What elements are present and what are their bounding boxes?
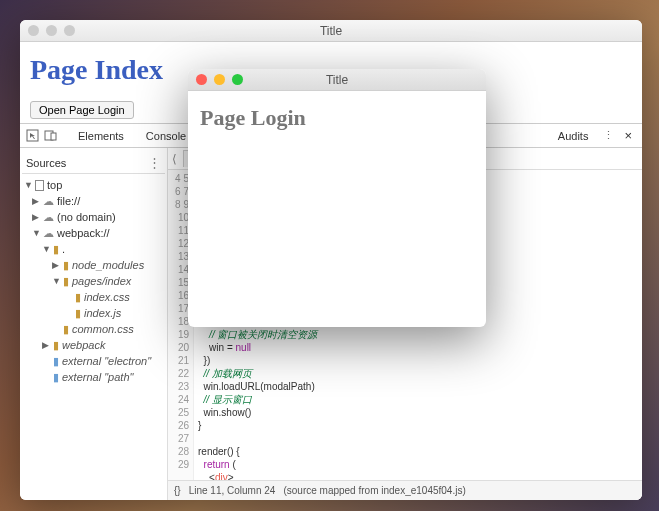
- history-back-icon[interactable]: ⟨: [172, 152, 177, 166]
- main-titlebar[interactable]: Title: [20, 20, 642, 42]
- file-tree: ▼top ▶☁file:// ▶☁(no domain) ▼☁webpack:/…: [22, 177, 165, 385]
- sources-sidebar-label: Sources: [26, 157, 66, 169]
- tab-elements[interactable]: Elements: [68, 126, 134, 146]
- tree-pages-index[interactable]: ▼▮pages/index: [22, 273, 165, 289]
- modal-window: Title Page Login: [188, 69, 486, 327]
- tree-external-electron[interactable]: ▮external "electron": [22, 353, 165, 369]
- format-braces-icon[interactable]: {}: [174, 485, 181, 496]
- inspect-element-icon[interactable]: [24, 128, 40, 144]
- tree-file[interactable]: ▶☁file://: [22, 193, 165, 209]
- sources-sidebar: Sources ⋮ ▼top ▶☁file:// ▶☁(no domain) ▼…: [20, 148, 168, 500]
- tree-dot[interactable]: ▼▮.: [22, 241, 165, 257]
- modal-content: Page Login: [188, 91, 486, 145]
- source-map-note: (source mapped from index_e1045f04.js): [283, 485, 465, 496]
- traffic-lights-modal: [188, 74, 243, 85]
- tree-common-css[interactable]: ▮common.css: [22, 321, 165, 337]
- minimize-window-icon[interactable]: [46, 25, 57, 36]
- modal-page-title: Page Login: [200, 105, 474, 131]
- tree-node-modules[interactable]: ▶▮node_modules: [22, 257, 165, 273]
- sidebar-more-icon[interactable]: ⋮: [148, 155, 161, 170]
- tree-webpack[interactable]: ▼☁webpack://: [22, 225, 165, 241]
- tree-nodomain[interactable]: ▶☁(no domain): [22, 209, 165, 225]
- close-window-icon[interactable]: [28, 25, 39, 36]
- devtools-close-icon[interactable]: ×: [618, 128, 638, 143]
- svg-rect-2: [51, 133, 56, 140]
- device-toolbar-icon[interactable]: [42, 128, 58, 144]
- modal-titlebar[interactable]: Title: [188, 69, 486, 91]
- tree-top[interactable]: ▼top: [22, 177, 165, 193]
- traffic-lights-main: [20, 25, 75, 36]
- devtools-menu-icon[interactable]: ⋮: [600, 128, 616, 144]
- tab-audits[interactable]: Audits: [548, 126, 599, 146]
- tree-index-css[interactable]: ▮index.css: [22, 289, 165, 305]
- editor-statusbar: {} Line 11, Column 24 (source mapped fro…: [168, 480, 642, 500]
- close-window-icon[interactable]: [196, 74, 207, 85]
- sources-sidebar-header: Sources ⋮: [22, 152, 165, 174]
- zoom-window-icon[interactable]: [232, 74, 243, 85]
- main-window-title: Title: [20, 24, 642, 38]
- cursor-position: Line 11, Column 24: [189, 485, 276, 496]
- tree-webpack-folder[interactable]: ▶▮webpack: [22, 337, 165, 353]
- open-page-login-button[interactable]: Open Page Login: [30, 101, 134, 119]
- tree-external-path[interactable]: ▮external "path": [22, 369, 165, 385]
- zoom-window-icon[interactable]: [64, 25, 75, 36]
- tree-index-js[interactable]: ▮index.js: [22, 305, 165, 321]
- minimize-window-icon[interactable]: [214, 74, 225, 85]
